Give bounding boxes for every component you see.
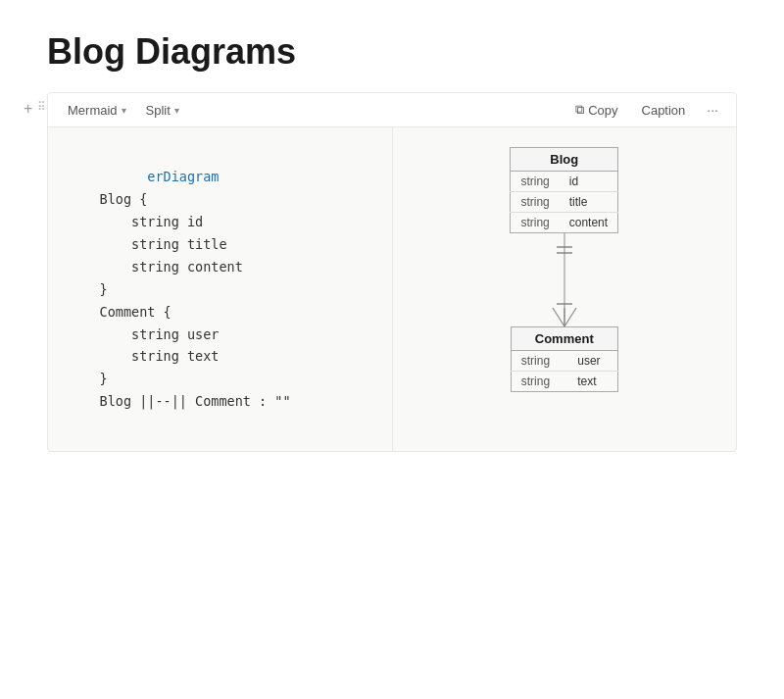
block-area: + ⠿ Mermaid ▾ Split ▾ <box>47 92 737 452</box>
code-line-1: Blog { string id string title string con… <box>68 191 291 409</box>
comment-row2-field: text <box>567 372 617 392</box>
block-content: erDiagram Blog { string id string title … <box>48 127 736 451</box>
comment-row1-type: string <box>511 351 567 372</box>
er-diagram: Blog string id string title <box>510 147 618 392</box>
copy-button[interactable]: ⧉ Copy <box>567 99 625 121</box>
table-row: string user <box>511 351 617 372</box>
mermaid-block: Mermaid ▾ Split ▾ ⧉ Copy Caption <box>47 92 737 452</box>
blog-table: Blog string id string title <box>510 147 618 233</box>
split-label: Split <box>146 103 171 118</box>
drag-handle-button[interactable]: ⠿ <box>37 100 46 114</box>
comment-row2-type: string <box>511 372 567 392</box>
table-row: string id <box>511 172 618 192</box>
blog-table-title: Blog <box>511 148 618 172</box>
drag-icon: ⠿ <box>37 100 46 114</box>
split-chevron-icon: ▾ <box>174 105 179 116</box>
page-container: Blog Diagrams + ⠿ Mermaid ▾ Split ▾ <box>0 0 784 491</box>
copy-icon: ⧉ <box>575 102 584 118</box>
page-title: Blog Diagrams <box>47 31 737 73</box>
comment-table-title: Comment <box>511 327 617 351</box>
svg-line-5 <box>564 308 576 326</box>
more-options-button[interactable]: ··· <box>701 99 724 121</box>
mermaid-label: Mermaid <box>68 103 118 118</box>
mermaid-chevron-icon: ▾ <box>122 105 126 116</box>
table-row: string text <box>511 372 617 392</box>
blog-row3-field: content <box>560 213 618 233</box>
svg-line-3 <box>553 308 564 326</box>
plus-icon: + <box>24 100 32 117</box>
split-selector[interactable]: Split ▾ <box>138 100 187 121</box>
add-block-button[interactable]: + <box>24 100 32 118</box>
blog-row2-type: string <box>511 192 560 213</box>
comment-table: Comment string user string tex <box>511 326 618 392</box>
blog-row3-type: string <box>511 213 560 233</box>
caption-label: Caption <box>642 103 686 118</box>
caption-button[interactable]: Caption <box>634 100 694 121</box>
code-keyword: erDiagram <box>147 169 219 184</box>
blog-row1-type: string <box>511 172 560 192</box>
block-toolbar: Mermaid ▾ Split ▾ ⧉ Copy Caption <box>48 93 736 127</box>
preview-panel: Blog string id string title <box>393 127 737 451</box>
blog-row2-field: title <box>560 192 618 213</box>
code-panel[interactable]: erDiagram Blog { string id string title … <box>48 127 393 451</box>
toolbar-left: Mermaid ▾ Split ▾ <box>60 100 187 121</box>
more-icon: ··· <box>707 102 718 118</box>
comment-row1-field: user <box>567 351 617 372</box>
blog-row1-field: id <box>560 172 618 192</box>
table-row: string content <box>511 213 618 233</box>
table-row: string title <box>511 192 618 213</box>
copy-label: Copy <box>588 103 617 118</box>
toolbar-right: ⧉ Copy Caption ··· <box>567 99 724 121</box>
mermaid-selector[interactable]: Mermaid ▾ <box>60 100 134 121</box>
er-connector-svg <box>535 233 594 326</box>
